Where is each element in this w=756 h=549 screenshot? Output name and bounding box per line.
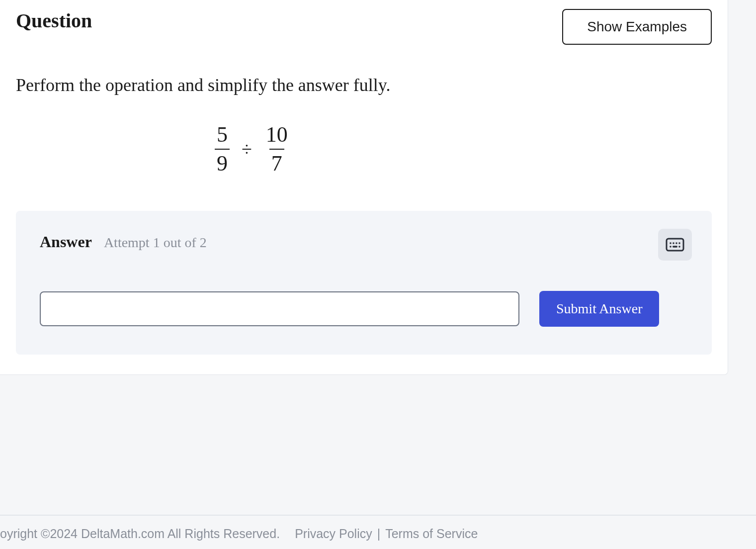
answer-header: Answer Attempt 1 out of 2 bbox=[40, 233, 688, 251]
terms-of-service-link[interactable]: Terms of Service bbox=[385, 527, 478, 541]
svg-point-3 bbox=[675, 242, 677, 244]
footer-links: Privacy Policy | Terms of Service bbox=[295, 527, 478, 541]
fraction-1: 5 9 bbox=[215, 123, 230, 176]
show-examples-button[interactable]: Show Examples bbox=[562, 9, 712, 45]
keyboard-button[interactable] bbox=[658, 229, 692, 261]
footer: oyright ©2024 DeltaMath.com All Rights R… bbox=[0, 515, 756, 541]
operator-divide: ÷ bbox=[240, 138, 254, 160]
answer-input[interactable] bbox=[40, 291, 519, 326]
svg-point-5 bbox=[670, 246, 672, 248]
svg-point-2 bbox=[672, 242, 674, 244]
footer-copyright: oyright ©2024 DeltaMath.com All Rights R… bbox=[0, 527, 280, 541]
answer-row: Submit Answer bbox=[40, 291, 688, 327]
fraction-2-denominator: 7 bbox=[269, 149, 284, 176]
keyboard-icon bbox=[666, 238, 684, 252]
fraction-2-numerator: 10 bbox=[264, 123, 290, 149]
svg-point-4 bbox=[678, 242, 680, 244]
privacy-policy-link[interactable]: Privacy Policy bbox=[295, 527, 372, 541]
answer-label: Answer bbox=[40, 233, 92, 251]
svg-point-1 bbox=[670, 242, 672, 244]
svg-rect-0 bbox=[667, 239, 683, 251]
footer-separator: | bbox=[377, 527, 381, 541]
question-title: Question bbox=[16, 9, 92, 32]
attempt-label: Attempt 1 out of 2 bbox=[104, 235, 207, 251]
answer-panel: Answer Attempt 1 out of 2 Submit Answer bbox=[16, 211, 712, 355]
question-instruction: Perform the operation and simplify the a… bbox=[16, 75, 712, 95]
question-header: Question Show Examples bbox=[16, 0, 712, 45]
question-card: Question Show Examples Perform the opera… bbox=[0, 0, 728, 375]
svg-rect-6 bbox=[672, 246, 677, 248]
fraction-2: 10 7 bbox=[264, 123, 290, 176]
fraction-1-denominator: 9 bbox=[215, 149, 230, 176]
fraction-1-numerator: 5 bbox=[215, 123, 230, 149]
submit-answer-button[interactable]: Submit Answer bbox=[539, 291, 659, 327]
svg-point-7 bbox=[678, 246, 680, 248]
math-expression: 5 9 ÷ 10 7 bbox=[215, 123, 712, 176]
